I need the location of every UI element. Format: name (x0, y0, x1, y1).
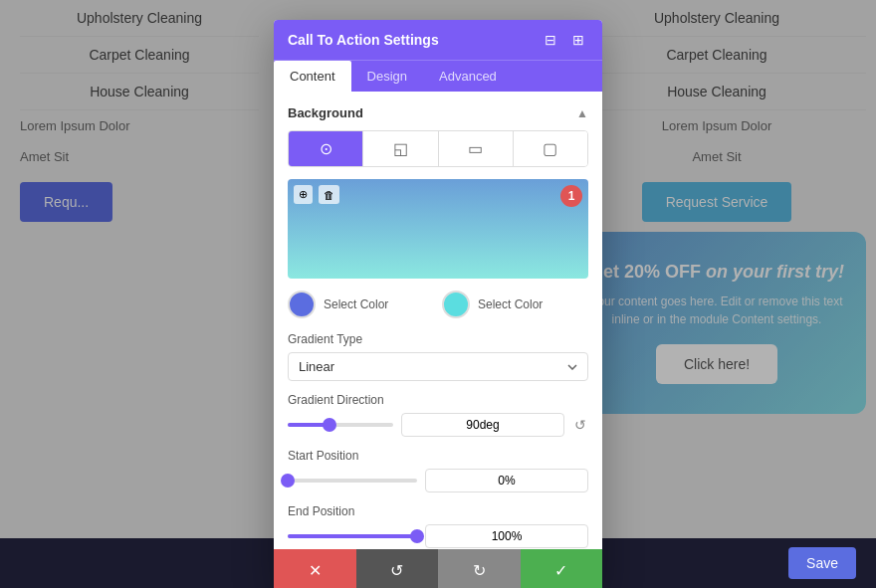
bg-type-image[interactable]: ▭ (439, 131, 514, 166)
footer-redo-button[interactable]: ↻ (438, 549, 521, 588)
modal-expand-button[interactable]: ⊞ (568, 30, 588, 50)
gradient-direction-track (288, 423, 393, 427)
color-swatch-1[interactable] (288, 291, 316, 318)
gradient-type-label: Gradient Type (288, 332, 588, 346)
start-position-thumb[interactable] (281, 474, 295, 488)
end-position-fill (288, 534, 417, 538)
modal-dialog: Call To Action Settings ⊟ ⊞ Content Desi… (274, 20, 602, 588)
save-button[interactable]: Save (788, 547, 856, 579)
color-swatch-2[interactable] (442, 291, 470, 318)
gradient-type-select[interactable]: Linear Radial (288, 352, 588, 381)
background-type-row: ⊙ ◱ ▭ ▢ (288, 130, 588, 167)
modal-title: Call To Action Settings (288, 32, 439, 48)
start-position-row: Start Position (288, 449, 588, 492)
gradient-direction-row: Gradient Direction ↺ (288, 393, 588, 437)
preview-copy-button[interactable]: ⊕ (294, 185, 313, 204)
start-position-input[interactable] (425, 469, 588, 492)
color-label-1: Select Color (324, 297, 434, 311)
gradient-direction-input[interactable] (401, 413, 564, 437)
bg-type-solid[interactable]: ⊙ (289, 131, 363, 166)
end-position-slider-row (288, 524, 588, 548)
bg-type-gradient[interactable]: ◱ (363, 131, 438, 166)
modal-tabs: Content Design Advanced (274, 60, 602, 92)
modal-footer: ✕ ↺ ↻ ✓ (274, 549, 602, 588)
modal-header: Call To Action Settings ⊟ ⊞ (274, 20, 602, 60)
tab-advanced[interactable]: Advanced (423, 61, 513, 92)
tab-content[interactable]: Content (274, 61, 351, 92)
section-header: Background ▲ (288, 105, 588, 120)
end-position-value (425, 524, 588, 548)
gradient-direction-slider-row: ↺ (288, 413, 588, 437)
start-position-slider-row (288, 469, 588, 492)
footer-undo-button[interactable]: ↺ (356, 549, 439, 588)
footer-cancel-button[interactable]: ✕ (274, 549, 356, 588)
color-label-2: Select Color (478, 297, 588, 311)
gradient-direction-label: Gradient Direction (288, 393, 588, 407)
start-position-value (425, 469, 588, 492)
modal-header-icons: ⊟ ⊞ (541, 30, 588, 50)
preview-badge: 1 (560, 185, 582, 207)
start-position-label: Start Position (288, 449, 588, 463)
modal-body: Background ▲ ⊙ ◱ ▭ ▢ ⊕ 🗑 1 Sel (274, 92, 602, 549)
section-collapse-button[interactable]: ▲ (576, 106, 588, 120)
gradient-type-row: Gradient Type Linear Radial (288, 332, 588, 381)
end-position-track (288, 534, 417, 538)
gradient-direction-value (401, 413, 564, 437)
preview-delete-button[interactable]: 🗑 (319, 185, 339, 204)
gradient-preview: ⊕ 🗑 1 (288, 179, 588, 279)
preview-icons: ⊕ 🗑 (294, 185, 339, 204)
section-title: Background (288, 105, 363, 120)
end-position-row: End Position (288, 504, 588, 548)
gradient-direction-thumb[interactable] (323, 418, 336, 432)
modal-overlay: Call To Action Settings ⊟ ⊞ Content Desi… (0, 0, 876, 538)
end-position-input[interactable] (425, 524, 588, 548)
modal-minimize-button[interactable]: ⊟ (541, 30, 560, 50)
tab-design[interactable]: Design (351, 61, 423, 92)
gradient-direction-reset[interactable]: ↺ (572, 415, 588, 435)
start-position-track (288, 479, 417, 483)
color-picker-row: Select Color Select Color (288, 291, 588, 318)
end-position-thumb[interactable] (410, 529, 424, 543)
bg-type-video[interactable]: ▢ (514, 131, 587, 166)
end-position-label: End Position (288, 504, 588, 518)
footer-save-button[interactable]: ✓ (521, 549, 603, 588)
